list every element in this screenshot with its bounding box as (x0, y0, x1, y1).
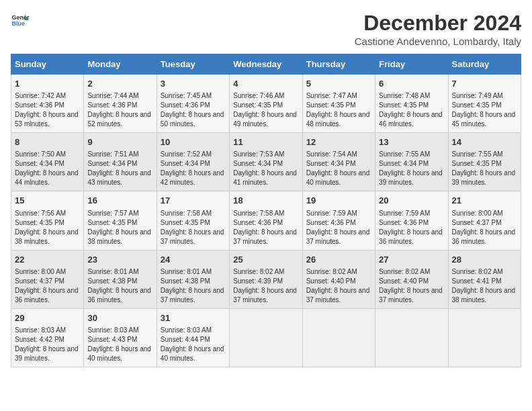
sunset-text: Sunset: 4:37 PM (15, 277, 64, 285)
sunset-text: Sunset: 4:40 PM (379, 277, 429, 285)
main-title: December 2024 (355, 11, 521, 36)
sunset-text: Sunset: 4:34 PM (306, 160, 356, 167)
daylight-text: Daylight: 8 hours and 37 minutes. (306, 228, 370, 245)
day-number: 4 (233, 78, 298, 90)
day-number: 23 (87, 254, 152, 266)
daylight-text: Daylight: 8 hours and 37 minutes. (233, 228, 297, 245)
calendar-cell: 15Sunrise: 7:56 AMSunset: 4:35 PMDayligh… (11, 191, 84, 250)
day-number: 5 (306, 78, 371, 90)
calendar-cell: 20Sunrise: 7:59 AMSunset: 4:36 PMDayligh… (375, 191, 448, 250)
sunset-text: Sunset: 4:39 PM (233, 277, 283, 285)
svg-text:Blue: Blue (11, 20, 25, 27)
calendar-cell: 29Sunrise: 8:03 AMSunset: 4:42 PMDayligh… (11, 308, 84, 367)
sunset-text: Sunset: 4:34 PM (233, 160, 283, 167)
calendar-cell: 2Sunrise: 7:44 AMSunset: 4:36 PMDaylight… (84, 75, 157, 133)
daylight-text: Daylight: 8 hours and 39 minutes. (379, 169, 443, 186)
daylight-text: Daylight: 8 hours and 46 minutes. (379, 111, 443, 128)
daylight-text: Daylight: 8 hours and 37 minutes. (379, 287, 443, 304)
daylight-text: Daylight: 8 hours and 49 minutes. (233, 111, 297, 128)
day-number: 19 (306, 195, 371, 207)
daylight-text: Daylight: 8 hours and 45 minutes. (452, 111, 516, 128)
sunset-text: Sunset: 4:36 PM (15, 101, 64, 109)
sunrise-text: Sunrise: 7:52 AM (161, 150, 212, 158)
day-number: 25 (233, 254, 298, 266)
calendar-cell: 11Sunrise: 7:53 AMSunset: 4:34 PMDayligh… (230, 133, 302, 191)
calendar-cell: 27Sunrise: 8:02 AMSunset: 4:40 PMDayligh… (375, 250, 448, 308)
daylight-text: Daylight: 8 hours and 41 minutes. (233, 169, 297, 186)
sunset-text: Sunset: 4:43 PM (87, 336, 137, 343)
sunrise-text: Sunrise: 7:59 AM (379, 210, 430, 217)
calendar-cell (302, 308, 375, 367)
logo: General Blue (11, 11, 30, 30)
day-number: 13 (379, 136, 444, 148)
day-number: 6 (379, 78, 444, 90)
daylight-text: Daylight: 8 hours and 37 minutes. (306, 287, 370, 304)
daylight-text: Daylight: 8 hours and 53 minutes. (15, 111, 79, 128)
daylight-text: Daylight: 8 hours and 38 minutes. (87, 228, 151, 245)
sunrise-text: Sunrise: 7:42 AM (15, 92, 66, 99)
day-number: 16 (87, 195, 152, 207)
calendar-cell: 26Sunrise: 8:02 AMSunset: 4:40 PMDayligh… (302, 250, 375, 308)
calendar-cell: 12Sunrise: 7:54 AMSunset: 4:34 PMDayligh… (302, 133, 375, 191)
sunrise-text: Sunrise: 7:56 AM (15, 210, 66, 217)
subtitle: Castione Andevenno, Lombardy, Italy (355, 36, 521, 47)
sunrise-text: Sunrise: 7:48 AM (379, 92, 430, 99)
calendar-cell: 28Sunrise: 8:02 AMSunset: 4:41 PMDayligh… (448, 250, 521, 308)
daylight-text: Daylight: 8 hours and 37 minutes. (161, 287, 224, 304)
sunset-text: Sunset: 4:36 PM (161, 101, 210, 109)
day-number: 31 (161, 312, 226, 324)
sunset-text: Sunset: 4:40 PM (306, 277, 356, 285)
calendar-cell: 4Sunrise: 7:46 AMSunset: 4:35 PMDaylight… (230, 75, 302, 133)
calendar-cell: 16Sunrise: 7:57 AMSunset: 4:35 PMDayligh… (84, 191, 157, 250)
daylight-text: Daylight: 8 hours and 40 minutes. (87, 345, 151, 362)
day-header-friday: Friday (375, 54, 448, 75)
sunrise-text: Sunrise: 8:00 AM (15, 268, 66, 275)
daylight-text: Daylight: 8 hours and 39 minutes. (452, 169, 516, 186)
sunset-text: Sunset: 4:34 PM (15, 160, 64, 167)
sunrise-text: Sunrise: 7:57 AM (87, 210, 138, 217)
day-number: 26 (306, 254, 371, 266)
day-header-tuesday: Tuesday (157, 54, 229, 75)
day-header-sunday: Sunday (11, 54, 84, 75)
sunrise-text: Sunrise: 8:02 AM (452, 268, 503, 275)
daylight-text: Daylight: 8 hours and 42 minutes. (161, 169, 224, 186)
daylight-text: Daylight: 8 hours and 36 minutes. (452, 228, 516, 245)
sunrise-text: Sunrise: 8:03 AM (161, 326, 212, 334)
calendar-table: SundayMondayTuesdayWednesdayThursdayFrid… (11, 54, 521, 367)
day-number: 28 (452, 254, 517, 266)
calendar-cell: 31Sunrise: 8:03 AMSunset: 4:44 PMDayligh… (157, 308, 229, 367)
sunset-text: Sunset: 4:44 PM (161, 336, 210, 343)
sunset-text: Sunset: 4:35 PM (452, 101, 502, 109)
sunset-text: Sunset: 4:38 PM (87, 277, 137, 285)
day-number: 12 (306, 136, 371, 148)
daylight-text: Daylight: 8 hours and 36 minutes. (379, 228, 443, 245)
sunset-text: Sunset: 4:38 PM (161, 277, 210, 285)
sunset-text: Sunset: 4:42 PM (15, 336, 64, 343)
day-number: 8 (15, 136, 80, 148)
calendar-cell: 25Sunrise: 8:02 AMSunset: 4:39 PMDayligh… (230, 250, 302, 308)
day-number: 14 (452, 136, 517, 148)
sunset-text: Sunset: 4:34 PM (87, 160, 137, 167)
week-row-3: 15Sunrise: 7:56 AMSunset: 4:35 PMDayligh… (11, 191, 521, 250)
daylight-text: Daylight: 8 hours and 36 minutes. (87, 287, 151, 304)
sunset-text: Sunset: 4:35 PM (161, 219, 210, 226)
calendar-cell: 23Sunrise: 8:01 AMSunset: 4:38 PMDayligh… (84, 250, 157, 308)
daylight-text: Daylight: 8 hours and 38 minutes. (452, 287, 516, 304)
sunrise-text: Sunrise: 7:55 AM (452, 150, 503, 158)
sunrise-text: Sunrise: 7:49 AM (452, 92, 503, 99)
day-header-wednesday: Wednesday (230, 54, 302, 75)
calendar-cell: 8Sunrise: 7:50 AMSunset: 4:34 PMDaylight… (11, 133, 84, 191)
day-header-saturday: Saturday (448, 54, 521, 75)
sunset-text: Sunset: 4:36 PM (87, 101, 137, 109)
calendar-cell (230, 308, 302, 367)
calendar-cell: 13Sunrise: 7:55 AMSunset: 4:34 PMDayligh… (375, 133, 448, 191)
week-row-2: 8Sunrise: 7:50 AMSunset: 4:34 PMDaylight… (11, 133, 521, 191)
day-number: 3 (161, 78, 226, 90)
daylight-text: Daylight: 8 hours and 40 minutes. (306, 169, 370, 186)
day-number: 27 (379, 254, 444, 266)
calendar-cell: 10Sunrise: 7:52 AMSunset: 4:34 PMDayligh… (157, 133, 229, 191)
sunrise-text: Sunrise: 7:50 AM (15, 150, 66, 158)
days-header-row: SundayMondayTuesdayWednesdayThursdayFrid… (11, 54, 521, 75)
day-number: 1 (15, 78, 80, 90)
daylight-text: Daylight: 8 hours and 37 minutes. (161, 228, 224, 245)
